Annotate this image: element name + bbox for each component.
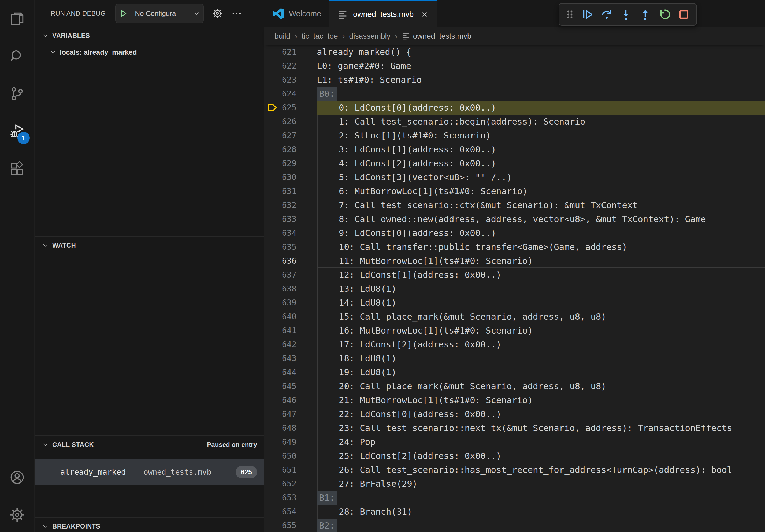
code-editor[interactable]: 621already_marked() {622L0: game#2#0: Ga… (264, 45, 765, 532)
code-line-624[interactable]: 624B0: (264, 87, 765, 101)
gutter-line-645[interactable]: 645 (264, 379, 317, 393)
breadcrumb-item-build[interactable]: build (275, 32, 290, 40)
code-line-626[interactable]: 6261: Call test_scenario::begin(address)… (264, 115, 765, 129)
variables-section-header[interactable]: VARIABLES (35, 27, 264, 45)
code-line-643[interactable]: 64318: LdU8(1) (264, 352, 765, 366)
gutter-line-628[interactable]: 628 (264, 142, 317, 156)
code-line-text[interactable]: 19: LdU8(1) (317, 366, 765, 379)
gutter-line-644[interactable]: 644 (264, 366, 317, 379)
code-line-655[interactable]: 655B2: (264, 519, 765, 532)
gutter-line-626[interactable]: 626 (264, 115, 317, 129)
code-line-642[interactable]: 64217: LdConst[2](address: 0x00..) (264, 338, 765, 352)
code-line-625[interactable]: 6250: LdConst[0](address: 0x00..) (264, 101, 765, 115)
activity-item-extensions[interactable] (0, 150, 34, 187)
gutter-line-630[interactable]: 630 (264, 170, 317, 184)
step-out-icon[interactable] (637, 6, 653, 23)
code-line-636[interactable]: 63611: MutBorrowLoc[1](ts#1#0: Scenario) (264, 254, 765, 268)
gutter-line-637[interactable]: 637 (264, 268, 317, 282)
call-stack-frame[interactable]: already_markedowned_tests.mvb625 (35, 459, 264, 485)
code-line-text[interactable]: 23: Call test_scenario::next_tx(&mut Sce… (317, 421, 765, 435)
gutter-line-633[interactable]: 633 (264, 212, 317, 226)
code-line-645[interactable]: 64520: Call place_mark(&mut Scenario, ad… (264, 379, 765, 393)
close-icon[interactable] (420, 10, 428, 19)
code-line-text[interactable]: 7: Call test_scenario::ctx(&mut Scenario… (317, 198, 765, 212)
gutter-line-648[interactable]: 648 (264, 421, 317, 435)
code-line-text[interactable]: B0: (317, 87, 765, 101)
code-line-630[interactable]: 6305: LdConst[3](vector<u8>: "" /..) (264, 170, 765, 184)
breadcrumb-item-tic-tac-toe[interactable]: tic_tac_toe (302, 32, 338, 40)
gutter-line-631[interactable]: 631 (264, 184, 317, 198)
code-line-text[interactable]: 1: Call test_scenario::begin(address): S… (317, 115, 765, 129)
code-line-646[interactable]: 64621: MutBorrowLoc[1](ts#1#0: Scenario) (264, 393, 765, 407)
gutter-line-640[interactable]: 640 (264, 310, 317, 324)
step-into-icon[interactable] (618, 6, 634, 23)
code-line-650[interactable]: 65025: LdConst[2](address: 0x00..) (264, 449, 765, 463)
code-line-637[interactable]: 63712: LdConst[1](address: 0x00..) (264, 268, 765, 282)
activity-item-source-control[interactable] (0, 75, 34, 113)
code-line-633[interactable]: 6338: Call owned::new(address, address, … (264, 212, 765, 226)
gutter-line-624[interactable]: 624 (264, 87, 317, 101)
activity-item-run-and-debug[interactable]: 1 (0, 113, 34, 150)
code-line-text[interactable]: 0: LdConst[0](address: 0x00..) (317, 101, 765, 115)
gutter-line-655[interactable]: 655 (264, 519, 317, 532)
start-debug-play-icon[interactable] (116, 4, 131, 23)
call-stack-section-header[interactable]: CALL STACK Paused on entry (35, 436, 264, 453)
gutter-line-635[interactable]: 635 (264, 240, 317, 254)
code-line-text[interactable]: 2: StLoc[1](ts#1#0: Scenario) (317, 129, 765, 142)
code-line-text[interactable]: 4: LdConst[2](address: 0x00..) (317, 156, 765, 170)
code-line-text[interactable]: 28: Branch(31) (317, 505, 765, 519)
code-line-651[interactable]: 65126: Call test_scenario::has_most_rece… (264, 463, 765, 477)
gutter-line-622[interactable]: 622 (264, 59, 317, 73)
gutter-line-627[interactable]: 627 (264, 129, 317, 142)
code-line-text[interactable]: 20: Call place_mark(&mut Scenario, addre… (317, 379, 765, 393)
code-line-623[interactable]: 623L1: ts#1#0: Scenario (264, 73, 765, 87)
code-line-text[interactable]: 9: LdConst[0](address: 0x00..) (317, 226, 765, 240)
code-line-text[interactable]: 18: LdU8(1) (317, 352, 765, 366)
code-line-621[interactable]: 621already_marked() { (264, 45, 765, 59)
debug-launch-control[interactable]: No Configura (115, 4, 204, 23)
code-line-text[interactable]: 22: LdConst[0](address: 0x00..) (317, 407, 765, 421)
breadcrumb-item-file[interactable]: owned_tests.mvb (402, 32, 471, 40)
activity-item-explorer[interactable] (0, 0, 34, 38)
gutter-line-636[interactable]: 636 (264, 254, 317, 268)
code-line-631[interactable]: 6316: MutBorrowLoc[1](ts#1#0: Scenario) (264, 184, 765, 198)
code-line-648[interactable]: 64823: Call test_scenario::next_tx(&mut … (264, 421, 765, 435)
code-line-text[interactable]: 24: Pop (317, 435, 765, 449)
code-line-640[interactable]: 64015: Call place_mark(&mut Scenario, ad… (264, 310, 765, 324)
gutter-line-649[interactable]: 649 (264, 435, 317, 449)
code-line-629[interactable]: 6294: LdConst[2](address: 0x00..) (264, 156, 765, 170)
code-line-text[interactable]: B2: (317, 519, 765, 532)
gutter-line-654[interactable]: 654 (264, 505, 317, 519)
gutter-line-650[interactable]: 650 (264, 449, 317, 463)
code-line-653[interactable]: 653B1: (264, 491, 765, 505)
code-line-627[interactable]: 6272: StLoc[1](ts#1#0: Scenario) (264, 129, 765, 142)
debug-settings-gear-icon[interactable] (212, 8, 223, 19)
code-line-text[interactable]: 25: LdConst[2](address: 0x00..) (317, 449, 765, 463)
code-line-text[interactable]: 5: LdConst[3](vector<u8>: "" /..) (317, 170, 765, 184)
tab-welcome[interactable]: Welcome (264, 0, 330, 27)
gutter-line-641[interactable]: 641 (264, 324, 317, 338)
more-actions-icon[interactable] (231, 8, 242, 19)
gutter-line-646[interactable]: 646 (264, 393, 317, 407)
code-line-647[interactable]: 64722: LdConst[0](address: 0x00..) (264, 407, 765, 421)
code-line-text[interactable]: L1: ts#1#0: Scenario (317, 73, 765, 87)
code-line-text[interactable]: already_marked() { (317, 45, 765, 59)
activity-item-search[interactable] (0, 38, 34, 75)
code-line-641[interactable]: 64116: MutBorrowLoc[1](ts#1#0: Scenario) (264, 324, 765, 338)
activity-item-settings[interactable] (0, 496, 34, 532)
gutter-line-643[interactable]: 643 (264, 352, 317, 366)
gutter-line-639[interactable]: 639 (264, 296, 317, 310)
stop-icon[interactable] (675, 6, 692, 23)
gutter-line-621[interactable]: 621 (264, 45, 317, 59)
code-line-644[interactable]: 64419: LdU8(1) (264, 366, 765, 379)
code-line-text[interactable]: 15: Call place_mark(&mut Scenario, addre… (317, 310, 765, 324)
step-over-icon[interactable] (598, 6, 615, 23)
code-line-text[interactable]: 6: MutBorrowLoc[1](ts#1#0: Scenario) (317, 184, 765, 198)
code-line-text[interactable]: 3: LdConst[1](address: 0x00..) (317, 142, 765, 156)
tab-owned-tests[interactable]: owned_tests.mvb (330, 0, 437, 28)
debug-config-dropdown[interactable]: No Configura (131, 9, 193, 18)
code-line-text[interactable]: 17: LdConst[2](address: 0x00..) (317, 338, 765, 352)
gutter-line-647[interactable]: 647 (264, 407, 317, 421)
code-line-text[interactable]: 16: MutBorrowLoc[1](ts#1#0: Scenario) (317, 324, 765, 338)
code-line-text[interactable]: 8: Call owned::new(address, address, vec… (317, 212, 765, 226)
